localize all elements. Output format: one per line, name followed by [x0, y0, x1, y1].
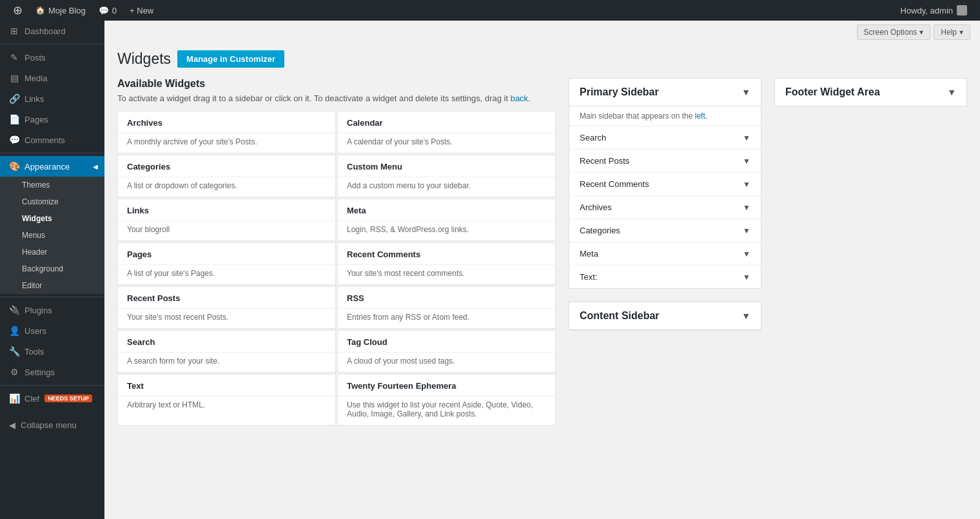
adminbar-new[interactable]: + New: [123, 0, 160, 21]
widget-name[interactable]: Recent Comments: [338, 243, 555, 265]
clef-needs-setup-badge: needs setup: [44, 395, 92, 402]
widget-name[interactable]: Archives: [118, 112, 335, 133]
widget-name[interactable]: Meta: [338, 199, 555, 221]
sidebar-item-plugins[interactable]: 🔌 Plugins: [0, 300, 104, 320]
sidebar-item-clef[interactable]: 📊 Clef needs setup: [0, 388, 104, 409]
sidebar-item-pages[interactable]: 📄 Pages: [0, 109, 104, 130]
admin-avatar: [957, 5, 967, 15]
sidebar-widget-name: Search: [580, 133, 606, 142]
sidebar-item-posts[interactable]: ✎ Posts: [0, 47, 104, 68]
drag-back-link[interactable]: back: [511, 93, 528, 103]
widget-item: Text Arbitrary text or HTML.: [117, 374, 336, 426]
appearance-submenu: Themes Customize Widgets Menus Header Ba…: [0, 177, 104, 294]
widget-name[interactable]: RSS: [338, 287, 555, 309]
widget-name[interactable]: Custom Menu: [338, 155, 555, 177]
widget-item: RSS Entries from any RSS or Atom feed.: [337, 286, 556, 329]
collapse-icon: ◀: [9, 420, 15, 430]
sidebar-item-media[interactable]: ▤ Media: [0, 68, 104, 88]
new-label: + New: [130, 6, 153, 15]
pages-icon: 📄: [9, 114, 19, 124]
admin-bar: ⊕ 🏠 Moje Blog 💬 0 + New Howdy, admin: [0, 0, 980, 21]
sidebar-item-appearance[interactable]: 🎨 Appearance ◀: [0, 156, 104, 177]
sidebars-column: Primary Sidebar ▼ Main sidebar that appe…: [569, 78, 967, 344]
screen-options-button[interactable]: Screen Options ▾: [857, 24, 931, 40]
adminbar-comments[interactable]: 💬 0: [92, 0, 123, 21]
admin-menu: ⊞ Dashboard ✎ Posts ▤ Media 🔗 Links 📄 Pa…: [0, 21, 104, 519]
widget-grid: Archives A monthly archive of your site'…: [117, 111, 556, 426]
collapse-menu-button[interactable]: ◀ Collapse menu: [0, 415, 104, 435]
submenu-themes[interactable]: Themes: [0, 177, 104, 193]
widget-item: Recent Posts Your site's most recent Pos…: [117, 286, 336, 329]
footer-widget-area-title: Footer Widget Area: [785, 86, 880, 98]
widgets-wrap: Widgets Manage in Customizer Available W…: [104, 44, 980, 432]
help-button[interactable]: Help ▾: [934, 24, 970, 40]
clef-icon: 📊: [9, 393, 19, 404]
content-sidebar-box: Content Sidebar ▼: [569, 302, 761, 331]
media-icon: ▤: [9, 73, 19, 83]
submenu-customize[interactable]: Customize: [0, 193, 104, 210]
sidebar-widget-name: Recent Comments: [580, 179, 649, 189]
widget-desc: A calendar of your site's Posts.: [338, 133, 555, 153]
sidebar-item-comments[interactable]: 💬 Comments: [0, 130, 104, 150]
submenu-header[interactable]: Header: [0, 244, 104, 260]
content-sidebar-title: Content Sidebar: [580, 310, 660, 322]
widget-item: Recent Comments Your site's most recent …: [337, 242, 556, 285]
widget-name[interactable]: Links: [118, 199, 335, 221]
sidebar-widget-row[interactable]: Text: ▼: [569, 266, 761, 288]
widget-item: Pages A list of your site's Pages.: [117, 242, 336, 285]
sidebar-desc-link[interactable]: left: [695, 112, 705, 121]
sidebar-item-users[interactable]: 👤 Users: [0, 320, 104, 341]
screen-options-label: Screen Options: [864, 28, 917, 37]
screen-options-chevron: ▾: [919, 28, 923, 37]
sidebar-widget-row[interactable]: Meta ▼: [569, 242, 761, 266]
widget-name[interactable]: Text: [118, 375, 335, 397]
sidebar-item-dashboard[interactable]: ⊞ Dashboard: [0, 21, 104, 41]
sidebar-widget-row[interactable]: Search ▼: [569, 126, 761, 150]
submenu-editor[interactable]: Editor: [0, 277, 104, 294]
comments-icon: 💬: [99, 6, 109, 15]
sidebar-widget-row[interactable]: Recent Comments ▼: [569, 173, 761, 196]
available-widgets-heading: Available Widgets: [117, 78, 556, 90]
adminbar-site-name[interactable]: 🏠 Moje Blog: [29, 0, 92, 21]
sidebar-widget-row[interactable]: Recent Posts ▼: [569, 150, 761, 173]
widget-desc: Your blogroll: [118, 221, 335, 240]
adminbar-howdy[interactable]: Howdy, admin: [894, 5, 974, 15]
sidebar-item-tools[interactable]: 🔧 Tools: [0, 341, 104, 362]
sidebar-widget-row[interactable]: Categories ▼: [569, 219, 761, 242]
site-name-label: Moje Blog: [48, 6, 86, 15]
widget-name[interactable]: Calendar: [338, 112, 555, 133]
sidebar-item-links[interactable]: 🔗 Links: [0, 88, 104, 109]
submenu-widgets[interactable]: Widgets: [0, 210, 104, 227]
content-sidebar-header: Content Sidebar ▼: [569, 302, 761, 330]
sidebar-widget-arrow: ▼: [743, 203, 750, 212]
widget-desc: A search form for your site.: [118, 353, 335, 372]
widget-name[interactable]: Twenty Fourteen Ephemera: [338, 375, 555, 397]
primary-sidebar-header: Primary Sidebar ▼: [569, 79, 761, 106]
widget-item: Categories A list or dropdown of categor…: [117, 155, 336, 197]
help-label: Help: [941, 28, 957, 37]
manage-customizer-button[interactable]: Manage in Customizer: [177, 50, 284, 68]
footer-widget-panel: Footer Widget Area ▼: [774, 78, 967, 344]
howdy-text: Howdy, admin: [901, 6, 953, 15]
widget-name[interactable]: Tag Cloud: [338, 331, 555, 353]
primary-sidebar-toggle[interactable]: ▼: [741, 87, 750, 97]
submenu-menus[interactable]: Menus: [0, 227, 104, 244]
sidebar-widget-row[interactable]: Archives ▼: [569, 196, 761, 219]
settings-icon: ⚙: [9, 367, 19, 377]
dashboard-icon: ⊞: [9, 26, 19, 36]
widget-name[interactable]: Search: [118, 331, 335, 353]
widget-desc: A cloud of your most used tags.: [338, 353, 555, 372]
links-icon: 🔗: [9, 93, 19, 104]
widget-name[interactable]: Categories: [118, 155, 335, 177]
widget-item: Twenty Fourteen Ephemera Use this widget…: [337, 374, 556, 426]
tools-icon: 🔧: [9, 346, 19, 357]
appearance-icon: 🎨: [9, 161, 19, 171]
widget-name[interactable]: Pages: [118, 243, 335, 265]
footer-widget-area-toggle[interactable]: ▼: [947, 87, 956, 97]
widget-name[interactable]: Recent Posts: [118, 287, 335, 309]
sidebar-item-settings[interactable]: ⚙ Settings: [0, 362, 104, 382]
adminbar-wp-logo[interactable]: ⊕: [6, 0, 29, 21]
submenu-background[interactable]: Background: [0, 260, 104, 277]
content-sidebar-toggle[interactable]: ▼: [741, 311, 750, 321]
widget-desc: A list or dropdown of categories.: [118, 177, 335, 197]
